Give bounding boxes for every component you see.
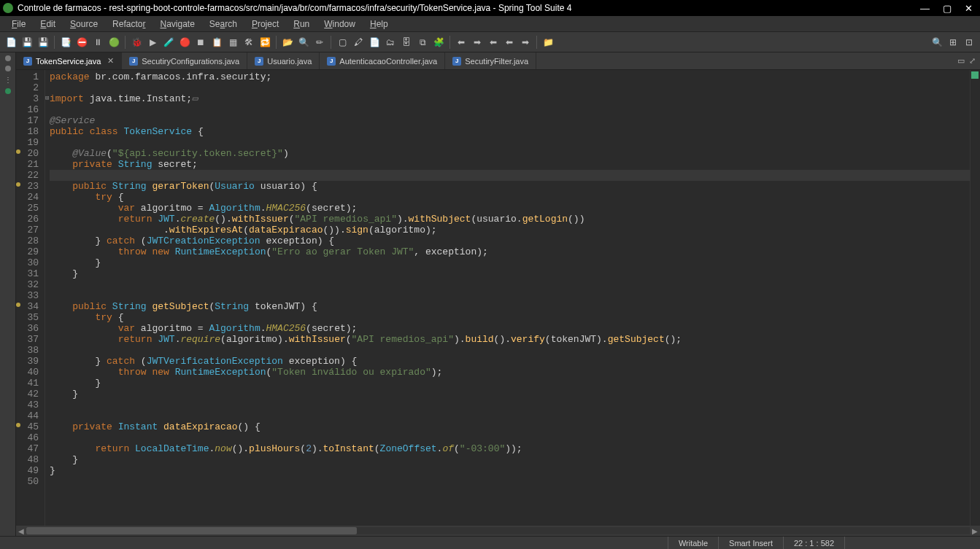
- code-line[interactable]: }: [50, 268, 970, 279]
- toolbar-button[interactable]: ➡: [518, 35, 533, 50]
- toolbar-right-button[interactable]: ⊡: [962, 35, 976, 50]
- toolbar-button[interactable]: ▦: [225, 35, 240, 50]
- toolbar-button[interactable]: ➡: [470, 35, 485, 50]
- toolbar-button[interactable]: ⬅: [454, 35, 468, 50]
- code-line[interactable]: var algoritmo = Algorithm.HMAC256(secret…: [50, 203, 970, 214]
- toolbar-button[interactable]: ▶: [145, 35, 160, 50]
- code-line[interactable]: [50, 432, 970, 443]
- toolbar-button[interactable]: 🔍: [296, 35, 311, 50]
- code-line[interactable]: throw new RuntimeException("Token inváli…: [50, 367, 970, 378]
- toolbar-button[interactable]: 📄: [367, 35, 382, 50]
- code-line[interactable]: [50, 410, 970, 421]
- code-line[interactable]: [50, 137, 970, 148]
- code-line[interactable]: throw new RuntimeException("Erro ao gera…: [50, 246, 970, 257]
- close-tab-icon[interactable]: ✕: [107, 56, 114, 66]
- spring-marker-icon[interactable]: [5, 88, 11, 94]
- toolbar-button[interactable]: ⬅: [502, 35, 517, 50]
- code-line[interactable]: try {: [50, 192, 970, 203]
- toolbar-button[interactable]: ⧉: [415, 35, 430, 50]
- code-line[interactable]: try {: [50, 312, 970, 323]
- code-line[interactable]: [50, 170, 970, 181]
- scroll-track[interactable]: [26, 527, 970, 534]
- toolbar-button[interactable]: 💾: [20, 35, 34, 50]
- restore-icon[interactable]: ▭: [957, 56, 965, 66]
- code-line[interactable]: public String gerarToken(Usuario usuario…: [50, 181, 970, 192]
- code-line[interactable]: public class TokenService {: [50, 126, 970, 137]
- toolbar-button[interactable]: ▢: [335, 35, 350, 50]
- code-line[interactable]: return JWT.require(algoritmo).withIssuer…: [50, 334, 970, 345]
- code-line[interactable]: [50, 104, 970, 115]
- maximize-view-icon[interactable]: ⤢: [969, 56, 976, 66]
- code-line[interactable]: }: [50, 465, 970, 476]
- toolbar-button[interactable]: ✏: [312, 35, 327, 50]
- toolbar-button[interactable]: 🟢: [107, 35, 121, 50]
- toolbar-button[interactable]: 🔴: [177, 35, 192, 50]
- code-line[interactable]: [50, 82, 970, 93]
- code-line[interactable]: @Value("${api.security.token.secret}"): [50, 148, 970, 159]
- code-line[interactable]: private String secret;: [50, 159, 970, 170]
- toolbar-button[interactable]: 📂: [280, 35, 295, 50]
- toolbar-button[interactable]: 💾: [36, 35, 50, 50]
- menu-refactor[interactable]: Refactor: [105, 17, 153, 31]
- toolbar-button[interactable]: 📄: [4, 35, 18, 50]
- maximize-button[interactable]: ▢: [943, 3, 952, 14]
- toolbar-button[interactable]: ⏸: [90, 35, 105, 50]
- toolbar-button[interactable]: 📑: [58, 35, 73, 50]
- code-line[interactable]: [50, 476, 970, 487]
- scroll-right-icon[interactable]: ▶: [970, 527, 980, 535]
- code-editor[interactable]: 123⊞161718192021222324252627282930313233…: [16, 70, 980, 526]
- code-line[interactable]: [50, 400, 970, 410]
- menu-source[interactable]: Source: [63, 17, 105, 31]
- horizontal-scrollbar[interactable]: ◀ ▶: [16, 526, 980, 536]
- menu-project[interactable]: Project: [244, 17, 286, 31]
- menu-run[interactable]: Run: [286, 17, 317, 31]
- tab-tokenservice-java[interactable]: JTokenService.java✕: [16, 52, 122, 69]
- toolbar-button[interactable]: 🗂: [383, 35, 398, 50]
- toolbar-button[interactable]: 🧩: [431, 35, 446, 50]
- toolbar-button[interactable]: 🧪: [161, 35, 176, 50]
- tab-secutiryconfigurations-java[interactable]: JSecutiryConfigurations.java: [122, 52, 247, 69]
- toolbar-button[interactable]: 📁: [541, 35, 555, 50]
- close-button[interactable]: ✕: [965, 3, 973, 14]
- code-line[interactable]: [50, 290, 970, 301]
- code-line[interactable]: package br.com.farmacos.infra.security;: [50, 71, 970, 82]
- toolbar-button[interactable]: 📋: [209, 35, 224, 50]
- toolbar-button[interactable]: 🔁: [258, 35, 272, 50]
- menu-edit[interactable]: Edit: [33, 17, 63, 31]
- code-line[interactable]: }: [50, 389, 970, 400]
- toolbar-button[interactable]: 🗄: [399, 35, 414, 50]
- toolbar-button[interactable]: 🖍: [351, 35, 366, 50]
- code-line[interactable]: } catch (JWTVerificationException except…: [50, 356, 970, 367]
- menu-navigate[interactable]: Navigate: [153, 17, 201, 31]
- code-line[interactable]: .withExpiresAt(dataExpiracao()).sign(alg…: [50, 225, 970, 235]
- code-line[interactable]: }: [50, 378, 970, 389]
- tab-usuario-java[interactable]: JUsuario.java: [247, 52, 320, 69]
- overview-ruler[interactable]: [970, 70, 980, 526]
- code-line[interactable]: [50, 279, 970, 290]
- tab-autenticacaocontroller-java[interactable]: JAutenticacaoController.java: [320, 52, 445, 69]
- menu-window[interactable]: Window: [317, 17, 363, 31]
- menu-help[interactable]: Help: [363, 17, 396, 31]
- tab-secutiryfilter-java[interactable]: JSecutiryFilter.java: [445, 52, 536, 69]
- code-line[interactable]: public String getSubject(String tokenJWT…: [50, 301, 970, 312]
- menu-file[interactable]: File: [4, 17, 33, 31]
- code-line[interactable]: }: [50, 454, 970, 465]
- code-line[interactable]: return JWT.create().withIssuer("API reme…: [50, 214, 970, 225]
- toolbar-right-button[interactable]: 🔍: [930, 35, 944, 50]
- toolbar-right-button[interactable]: ⊞: [946, 35, 960, 50]
- minimize-button[interactable]: —: [920, 3, 930, 14]
- code-line[interactable]: [50, 345, 970, 356]
- code-line[interactable]: var algoritmo = Algorithm.HMAC256(secret…: [50, 323, 970, 334]
- code-line[interactable]: @Service: [50, 115, 970, 126]
- code-line[interactable]: import java.time.Instant;▭: [50, 93, 970, 104]
- toolbar-button[interactable]: ⏹: [193, 35, 208, 50]
- code-line[interactable]: private Instant dataExpiracao() {: [50, 421, 970, 432]
- code-line[interactable]: }: [50, 257, 970, 268]
- toolbar-button[interactable]: ⬅: [486, 35, 501, 50]
- menu-search[interactable]: Search: [202, 17, 244, 31]
- code-line[interactable]: } catch (JWTCreationException exception)…: [50, 235, 970, 246]
- scroll-thumb[interactable]: [26, 527, 357, 534]
- toolbar-button[interactable]: 🛠: [242, 35, 256, 50]
- code-line[interactable]: return LocalDateTime.now().plusHours(2).…: [50, 443, 970, 454]
- scroll-left-icon[interactable]: ◀: [16, 527, 26, 535]
